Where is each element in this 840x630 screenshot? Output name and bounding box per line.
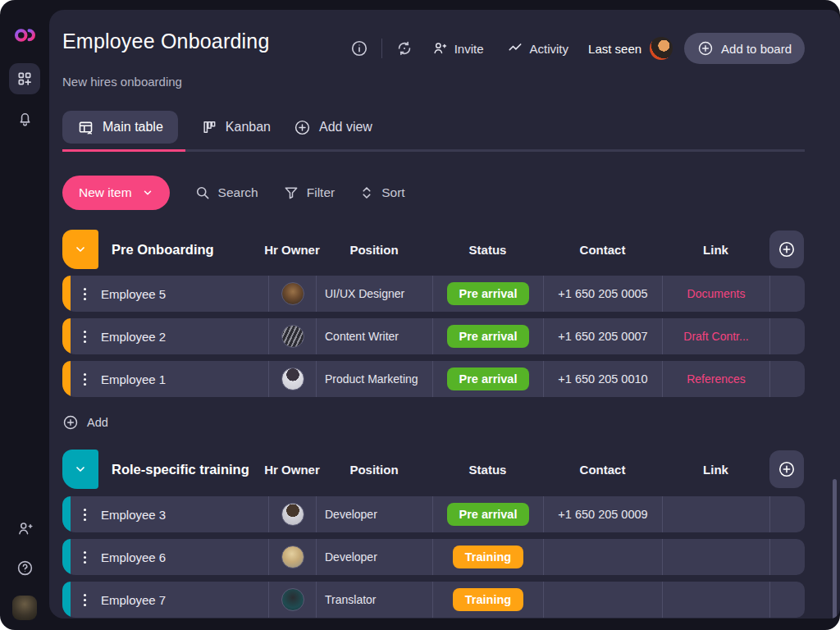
status-cell[interactable]: Pre arrival bbox=[432, 361, 543, 397]
status-cell[interactable]: Pre arrival bbox=[432, 276, 543, 312]
sort-button[interactable]: Sort bbox=[359, 185, 404, 200]
row-menu-icon[interactable] bbox=[80, 285, 89, 304]
column-header-contact[interactable]: Contact bbox=[543, 243, 662, 257]
group-header: Role-specific training Hr Owner Position… bbox=[62, 450, 805, 489]
tab-kanban[interactable]: Kanban bbox=[201, 111, 271, 144]
status-badge[interactable]: Pre arrival bbox=[447, 503, 530, 526]
filter-button[interactable]: Filter bbox=[283, 185, 335, 201]
column-header-status[interactable]: Status bbox=[432, 463, 543, 477]
add-to-board-button[interactable]: Add to board bbox=[684, 33, 805, 64]
active-tab-indicator bbox=[62, 149, 185, 152]
status-cell[interactable]: Training bbox=[432, 539, 543, 575]
row-menu-icon[interactable] bbox=[80, 591, 89, 609]
status-cell[interactable]: Pre arrival bbox=[432, 496, 543, 532]
item-name[interactable]: Employee 6 bbox=[101, 550, 166, 564]
table-row[interactable]: Employee 6 Developer Training bbox=[62, 539, 805, 575]
contact-cell[interactable]: +1 650 205 0010 bbox=[543, 361, 662, 397]
link-text[interactable]: Documents bbox=[687, 287, 746, 300]
user-avatar[interactable] bbox=[12, 596, 37, 620]
notifications-icon[interactable] bbox=[11, 105, 38, 131]
link-cell[interactable]: Documents bbox=[662, 276, 769, 312]
tab-add-view-label: Add view bbox=[319, 120, 372, 135]
column-header-link[interactable]: Link bbox=[662, 243, 769, 257]
position-cell[interactable]: Developer bbox=[316, 539, 432, 575]
contact-cell[interactable] bbox=[543, 582, 662, 618]
invite-label: Invite bbox=[454, 42, 484, 56]
new-item-button[interactable]: New item bbox=[62, 176, 170, 210]
sync-icon[interactable] bbox=[392, 36, 417, 61]
add-column-button[interactable] bbox=[769, 231, 804, 268]
last-seen[interactable]: Last seen bbox=[583, 37, 678, 60]
link-text[interactable]: References bbox=[687, 372, 746, 386]
item-name[interactable]: Employee 2 bbox=[101, 330, 166, 344]
link-cell[interactable]: References bbox=[662, 361, 769, 397]
hr-owner-avatar[interactable] bbox=[281, 546, 304, 568]
group-collapse-button[interactable] bbox=[62, 450, 98, 489]
item-name[interactable]: Employee 1 bbox=[101, 372, 166, 386]
link-cell[interactable] bbox=[662, 496, 769, 532]
contact-cell[interactable]: +1 650 205 0009 bbox=[543, 496, 662, 532]
add-item-button[interactable]: Add bbox=[62, 414, 805, 431]
link-text[interactable]: Draft Contr... bbox=[683, 330, 748, 343]
status-badge[interactable]: Training bbox=[453, 588, 523, 611]
sort-label: Sort bbox=[381, 185, 404, 200]
column-header-contact[interactable]: Contact bbox=[543, 463, 662, 477]
group-collapse-button[interactable] bbox=[62, 230, 98, 269]
contact-cell[interactable]: +1 650 205 0005 bbox=[543, 276, 662, 312]
position-cell[interactable]: Product Marketing bbox=[316, 361, 432, 397]
link-cell[interactable] bbox=[662, 539, 769, 575]
group-title[interactable]: Role-specific training bbox=[98, 462, 268, 477]
column-header-hr-owner[interactable]: Hr Owner bbox=[268, 463, 316, 477]
tab-main-table[interactable]: Main table bbox=[62, 111, 178, 144]
item-name[interactable]: Employee 3 bbox=[101, 508, 166, 522]
column-header-hr-owner[interactable]: Hr Owner bbox=[268, 243, 316, 257]
position-cell[interactable]: Translator bbox=[316, 582, 432, 618]
status-badge[interactable]: Pre arrival bbox=[447, 282, 530, 305]
hr-owner-avatar[interactable] bbox=[281, 282, 304, 305]
group-title[interactable]: Pre Onboarding bbox=[98, 242, 268, 258]
table-row[interactable]: Employee 1 Product Marketing Pre arrival… bbox=[62, 361, 805, 397]
activity-button[interactable]: Activity bbox=[499, 40, 578, 57]
hr-owner-avatar[interactable] bbox=[281, 503, 304, 526]
hr-owner-avatar[interactable] bbox=[281, 325, 304, 348]
row-menu-icon[interactable] bbox=[80, 327, 89, 346]
column-header-link[interactable]: Link bbox=[662, 463, 769, 477]
add-column-button[interactable] bbox=[769, 450, 804, 488]
table-row[interactable]: Employee 5 UI/UX Designer Pre arrival +1… bbox=[62, 276, 805, 312]
hr-owner-avatar[interactable] bbox=[281, 588, 304, 611]
invite-button[interactable]: Invite bbox=[423, 40, 492, 57]
vertical-scrollbar[interactable] bbox=[833, 479, 837, 619]
status-badge[interactable]: Pre arrival bbox=[447, 325, 530, 348]
boards-nav-button[interactable] bbox=[9, 63, 40, 94]
info-icon[interactable] bbox=[347, 36, 372, 61]
row-group-strip bbox=[62, 539, 71, 575]
item-name[interactable]: Employee 7 bbox=[101, 593, 166, 607]
status-cell[interactable]: Training bbox=[432, 582, 543, 618]
table-row[interactable]: Employee 3 Developer Pre arrival +1 650 … bbox=[62, 496, 805, 532]
search-button[interactable]: Search bbox=[194, 185, 258, 201]
tab-add-view[interactable]: Add view bbox=[294, 111, 372, 144]
hr-owner-avatar[interactable] bbox=[281, 368, 304, 390]
status-cell[interactable]: Pre arrival bbox=[432, 318, 543, 354]
position-cell[interactable]: UI/UX Designer bbox=[316, 276, 432, 312]
row-menu-icon[interactable] bbox=[80, 370, 89, 389]
row-menu-icon[interactable] bbox=[80, 548, 89, 567]
position-cell[interactable]: Developer bbox=[316, 496, 432, 532]
invite-members-icon[interactable] bbox=[11, 515, 38, 541]
status-badge[interactable]: Pre arrival bbox=[447, 368, 530, 390]
contact-cell[interactable] bbox=[543, 539, 662, 575]
contact-cell[interactable]: +1 650 205 0007 bbox=[543, 318, 662, 354]
position-cell[interactable]: Content Writer bbox=[316, 318, 432, 354]
link-cell[interactable] bbox=[662, 582, 769, 618]
item-name[interactable]: Employee 5 bbox=[101, 287, 166, 301]
status-badge[interactable]: Training bbox=[453, 546, 523, 568]
table-row[interactable]: Employee 7 Translator Training bbox=[62, 582, 805, 618]
help-icon[interactable] bbox=[11, 555, 38, 581]
table-row[interactable]: Employee 2 Content Writer Pre arrival +1… bbox=[62, 318, 805, 354]
column-header-position[interactable]: Position bbox=[316, 243, 432, 257]
filter-icon bbox=[283, 185, 299, 201]
row-menu-icon[interactable] bbox=[80, 505, 89, 524]
column-header-status[interactable]: Status bbox=[432, 243, 543, 257]
link-cell[interactable]: Draft Contr... bbox=[662, 318, 769, 354]
column-header-position[interactable]: Position bbox=[316, 463, 432, 477]
